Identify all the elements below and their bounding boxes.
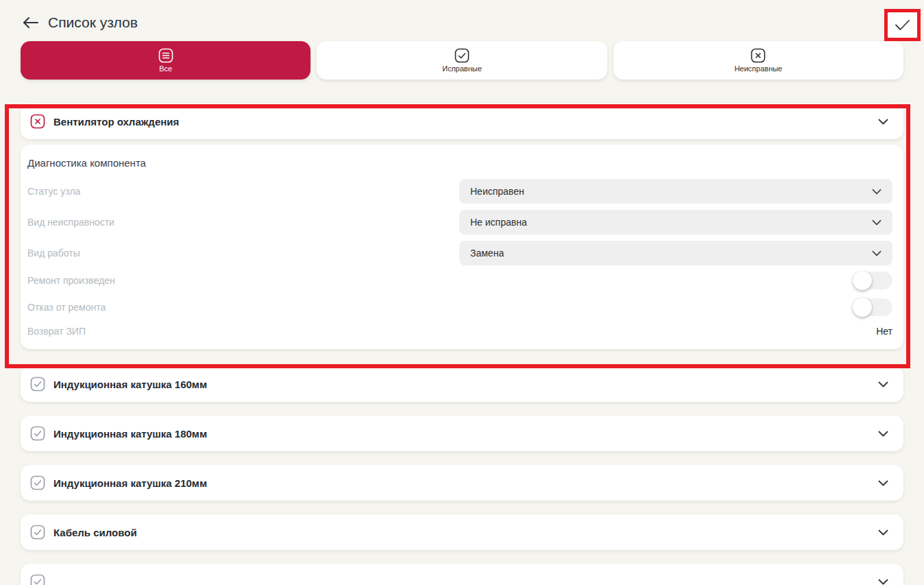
- annotation-confirm-highlight: [884, 9, 921, 41]
- chevron-down-icon: [872, 189, 882, 195]
- node-title: Индукционная катушка 210мм: [53, 477, 207, 489]
- chevron-down-icon[interactable]: [878, 381, 888, 387]
- check-square-icon: [454, 48, 470, 63]
- node-title: Индукционная катушка 160мм: [53, 379, 207, 390]
- node-header-cooling-fan[interactable]: Вентилятор охлаждения: [21, 104, 903, 139]
- ok-status-icon: [30, 475, 45, 490]
- confirm-button[interactable]: [893, 18, 912, 32]
- chevron-down-icon[interactable]: [878, 579, 888, 585]
- back-arrow-icon: [22, 16, 39, 29]
- filter-tabs: Все Исправные Неисправные: [21, 41, 903, 80]
- faulty-status-icon: [30, 114, 45, 129]
- node-title: Вентилятор охлаждения: [53, 116, 179, 128]
- chevron-down-icon: [872, 250, 882, 256]
- field-label: Вид работы: [27, 248, 80, 259]
- field-row: Отказ от ремонта: [27, 298, 892, 316]
- node-card[interactable]: Кабель силовой: [21, 514, 903, 550]
- ok-status-icon: [30, 426, 45, 441]
- chevron-down-icon[interactable]: [878, 529, 888, 536]
- node-card[interactable]: Индукционная катушка 160мм: [21, 366, 903, 402]
- section-title: Диагностика компонента: [27, 157, 892, 169]
- dropdown-value: Неисправен: [470, 186, 524, 197]
- chevron-down-icon: [872, 219, 882, 226]
- ok-status-icon: [30, 525, 45, 540]
- tab-all[interactable]: Все: [21, 41, 311, 80]
- ok-status-icon: [30, 574, 45, 585]
- field-row: Вид работы Замена: [27, 241, 892, 265]
- field-label: Отказ от ремонта: [27, 302, 106, 313]
- dropdown[interactable]: Не исправна: [459, 210, 892, 235]
- dropdown[interactable]: Неисправен: [459, 179, 892, 204]
- tab-faulty[interactable]: Неисправные: [613, 41, 903, 80]
- chevron-down-icon[interactable]: [878, 119, 888, 125]
- node-title: Кабель силовой: [53, 527, 137, 538]
- check-icon: [895, 19, 910, 31]
- field-row: Ремонт произведен: [27, 272, 892, 289]
- chevron-down-icon[interactable]: [878, 480, 888, 486]
- page-title: Список узлов: [48, 14, 138, 31]
- node-card[interactable]: Индукционная катушка 210мм: [21, 465, 903, 501]
- dropdown[interactable]: Замена: [459, 241, 892, 265]
- back-button[interactable]: [22, 16, 39, 29]
- field-row: Вид неисправности Не исправна: [27, 210, 892, 235]
- diagnostics-panel: Диагностика компонента Статус узла Неисп…: [21, 145, 903, 349]
- toggle-knob: [853, 298, 872, 317]
- field-row: Возврат ЗИП Нет: [27, 326, 892, 337]
- field-label: Вид неисправности: [27, 217, 114, 228]
- tab-label: Все: [159, 65, 172, 73]
- toggle-switch[interactable]: [853, 272, 892, 289]
- dropdown-value: Замена: [470, 248, 504, 259]
- list-square-icon: [158, 48, 173, 63]
- tab-label: Исправные: [442, 65, 482, 73]
- tab-label: Неисправные: [734, 65, 782, 73]
- tab-working[interactable]: Исправные: [317, 41, 607, 80]
- field-row: Статус узла Неисправен: [27, 179, 892, 204]
- field-label: Статус узла: [27, 186, 80, 197]
- ok-status-icon: [30, 377, 45, 392]
- node-card[interactable]: [21, 564, 903, 585]
- node-list: Индукционная катушка 160мм Индукционная …: [0, 366, 924, 585]
- field-value: Нет: [876, 326, 892, 337]
- field-label: Ремонт произведен: [27, 275, 115, 286]
- toggle-knob: [853, 271, 872, 290]
- node-title: Индукционная катушка 180мм: [53, 428, 207, 440]
- node-list-screen: Список узлов Все Исправные Неисправные В…: [0, 0, 924, 585]
- chevron-down-icon[interactable]: [878, 431, 888, 437]
- field-label: Возврат ЗИП: [27, 326, 86, 337]
- toggle-switch[interactable]: [853, 298, 892, 316]
- field-rows: Статус узла Неисправен Вид неисправности…: [27, 179, 892, 337]
- x-square-icon: [751, 48, 766, 63]
- dropdown-value: Не исправна: [470, 217, 527, 228]
- node-card[interactable]: Индукционная катушка 180мм: [21, 416, 903, 451]
- header: Список узлов: [0, 0, 924, 41]
